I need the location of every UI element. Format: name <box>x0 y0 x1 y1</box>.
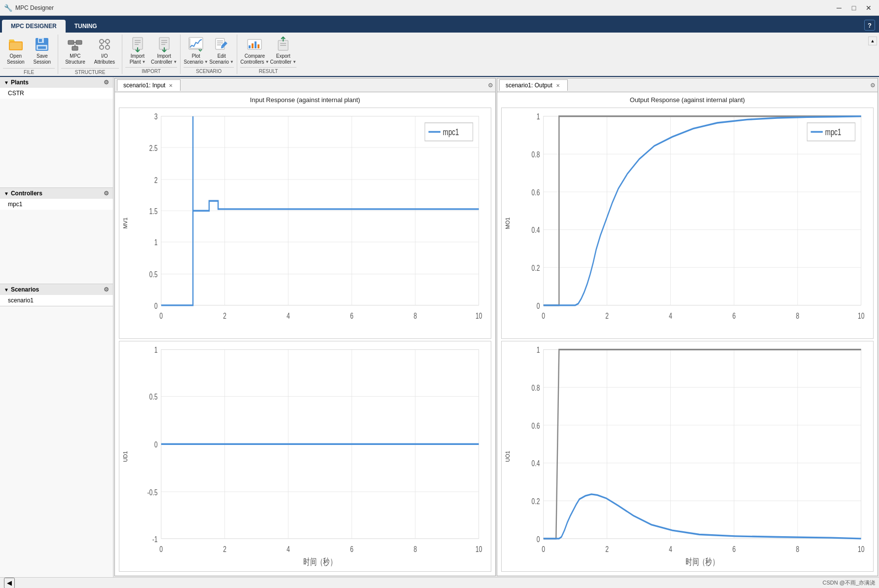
plant-item-cstr[interactable]: CSTR <box>0 88 113 99</box>
input-tab[interactable]: scenario1: Input ✕ <box>117 79 181 91</box>
ribbon-group-import: Import Plant ▼ <box>122 35 181 74</box>
maximize-button[interactable]: □ <box>847 2 860 13</box>
svg-text:2: 2 <box>223 544 226 553</box>
statusbar-scroll-left[interactable]: ◀ <box>4 578 15 588</box>
open-session-label: OpenSession <box>7 53 25 65</box>
import-controller-icon <box>156 37 172 52</box>
svg-rect-4 <box>39 39 42 42</box>
compare-controllers-dropdown[interactable]: Controllers ▼ <box>240 59 269 66</box>
save-session-button[interactable]: SaveSession <box>30 35 55 67</box>
output-chart-title: Output Response (against internal plant) <box>501 96 874 104</box>
scenarios-settings-icon[interactable]: ⚙ <box>104 286 109 293</box>
controllers-settings-icon[interactable]: ⚙ <box>104 190 109 197</box>
ribbon-toolbar: OpenSession SaveSession FILE <box>0 33 879 77</box>
output-panel-settings-icon[interactable]: ⚙ <box>870 82 876 89</box>
svg-rect-6 <box>38 46 46 49</box>
close-button[interactable]: ✕ <box>862 2 875 13</box>
svg-text:4: 4 <box>669 544 672 553</box>
scenarios-section-header[interactable]: ▼ Scenarios ⚙ <box>0 284 113 295</box>
scenario-item-scenario1[interactable]: scenario1 <box>0 295 113 306</box>
plot-scenario-button[interactable]: Plot <box>183 35 208 59</box>
io-attributes-icon <box>97 37 112 52</box>
svg-text:1: 1 <box>537 112 540 121</box>
mv1-y-label: MV1 <box>119 108 131 338</box>
minimize-button[interactable]: ─ <box>833 2 845 13</box>
svg-rect-7 <box>68 40 74 44</box>
svg-text:10: 10 <box>476 544 482 553</box>
import-plant-btn-wrapper: Import Plant ▼ <box>125 35 150 66</box>
svg-text:4: 4 <box>287 311 290 320</box>
edit-scenario-dropdown[interactable]: Scenario ▼ <box>210 59 234 66</box>
edit-scenario-label: Edit <box>218 53 226 59</box>
output-plot-content: Output Response (against internal plant)… <box>497 92 878 576</box>
svg-text:2: 2 <box>154 176 158 184</box>
svg-rect-36 <box>257 44 259 48</box>
plants-settings-icon[interactable]: ⚙ <box>104 79 109 86</box>
app-icon: 🔧 <box>4 4 12 12</box>
edit-scenario-icon <box>214 37 229 52</box>
tab-mpc-designer[interactable]: MPC DESIGNER <box>2 20 66 33</box>
tab-tuning[interactable]: TUNING <box>66 20 106 33</box>
ribbon-collapse-button[interactable]: ▲ <box>868 37 877 45</box>
scenarios-arrow: ▼ <box>4 287 9 293</box>
input-panel-settings-icon[interactable]: ⚙ <box>488 82 493 89</box>
svg-text:-0.5: -0.5 <box>147 487 158 496</box>
io-attributes-button[interactable]: I/OAttributes <box>90 35 119 67</box>
output-tab-close[interactable]: ✕ <box>554 82 561 89</box>
mpc-structure-icon <box>67 37 83 52</box>
plants-section-header[interactable]: ▼ Plants ⚙ <box>0 77 113 88</box>
import-controller-dropdown[interactable]: Controller ▼ <box>151 59 177 66</box>
export-controller-button[interactable]: Export <box>271 35 295 59</box>
export-controller-btn-wrapper: Export Controller ▼ <box>270 35 296 66</box>
svg-text:时间（秒）: 时间（秒） <box>303 556 336 567</box>
compare-controllers-button[interactable]: Compare <box>241 35 269 59</box>
import-plant-button[interactable]: Import <box>125 35 150 59</box>
io-attributes-label: I/OAttributes <box>94 53 115 65</box>
svg-point-14 <box>100 45 104 49</box>
svg-text:6: 6 <box>350 544 354 553</box>
svg-text:1: 1 <box>154 238 158 247</box>
mpc-structure-button[interactable]: MPCStructure <box>61 35 89 67</box>
svg-text:0: 0 <box>537 534 540 543</box>
svg-text:0.4: 0.4 <box>532 459 540 468</box>
svg-rect-34 <box>252 43 254 48</box>
input-tab-close[interactable]: ✕ <box>167 82 174 89</box>
controllers-section-header[interactable]: ▼ Controllers ⚙ <box>0 188 113 199</box>
structure-group-items: MPCStructure I/OAttributes <box>61 35 119 67</box>
svg-text:0: 0 <box>159 311 163 320</box>
scenario-group-items: Plot Scenario ▼ <box>183 35 234 66</box>
ribbon-collapse-area: ▲ <box>866 35 879 74</box>
svg-text:2: 2 <box>605 311 609 320</box>
svg-text:mpc1: mpc1 <box>825 127 842 137</box>
import-controller-button[interactable]: Import <box>152 35 177 59</box>
output-panel-tabs: scenario1: Output ✕ ⚙ <box>497 78 878 92</box>
ud1-chart-container: UD1 <box>119 341 491 572</box>
svg-text:0.5: 0.5 <box>149 392 158 401</box>
controllers-empty-area <box>0 210 113 284</box>
input-plot-content: Input Response (against internal plant) … <box>115 92 495 576</box>
help-button[interactable]: ? <box>864 20 875 31</box>
import-plant-dropdown[interactable]: Plant ▼ <box>130 59 146 66</box>
main-layout: ▼ Plants ⚙ CSTR ▼ Controllers ⚙ mpc1 ▼ S… <box>0 77 879 577</box>
compare-controllers-btn-wrapper: Compare Controllers ▼ <box>240 35 269 66</box>
plants-section: ▼ Plants ⚙ CSTR <box>0 77 113 188</box>
svg-text:2: 2 <box>223 311 226 320</box>
import-controller-label: Import <box>157 53 171 59</box>
plot-scenario-dropdown[interactable]: Scenario ▼ <box>184 59 208 66</box>
result-group-label: RESULT <box>240 67 296 74</box>
edit-scenario-button[interactable]: Edit <box>209 35 234 59</box>
output-panel: scenario1: Output ✕ ⚙ Output Response (a… <box>497 78 878 576</box>
window-controls: ─ □ ✕ <box>833 2 875 13</box>
output-tab[interactable]: scenario1: Output ✕ <box>499 79 568 91</box>
svg-text:6: 6 <box>350 311 354 320</box>
svg-text:8: 8 <box>796 544 800 553</box>
svg-text:mpc1: mpc1 <box>443 127 459 137</box>
import-controller-btn-wrapper: Import Controller ▼ <box>151 35 177 66</box>
svg-text:10: 10 <box>858 544 865 553</box>
edit-scenario-btn-wrapper: Edit Scenario ▼ <box>209 35 234 66</box>
open-session-button[interactable]: OpenSession <box>3 35 29 67</box>
controller-item-mpc1[interactable]: mpc1 <box>0 199 113 210</box>
export-controller-dropdown[interactable]: Controller ▼ <box>270 59 296 66</box>
svg-rect-98 <box>544 116 861 305</box>
result-group-items: Compare Controllers ▼ <box>240 35 296 66</box>
